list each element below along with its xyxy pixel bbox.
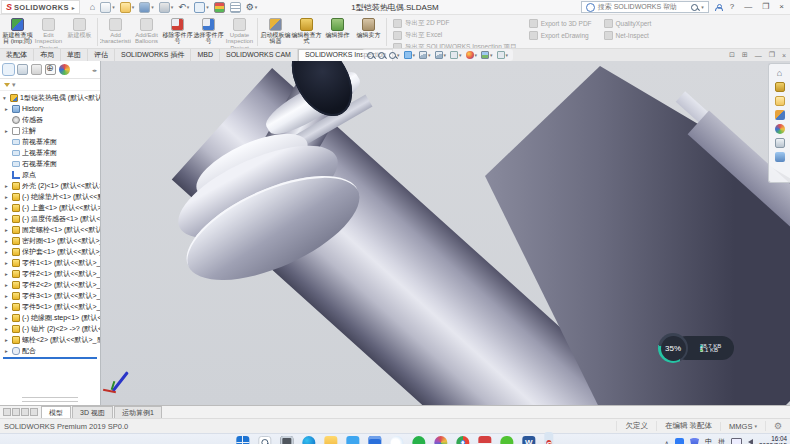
menu-flyout-icon[interactable]: ▸ bbox=[72, 4, 75, 11]
tree-item-sensors[interactable]: 传感器 bbox=[0, 114, 100, 125]
tree-item-top-plane[interactable]: 上视基准面 bbox=[0, 147, 100, 158]
ime-mode-indicator[interactable]: 中 bbox=[705, 437, 712, 444]
units-selector[interactable]: MMGS▾ bbox=[720, 422, 765, 431]
tree-item[interactable]: ▸固定螺栓<1> (默认<<默认>_显示 bbox=[0, 224, 100, 235]
security-shield-icon[interactable] bbox=[690, 438, 699, 444]
graphics-area[interactable]: ⌂ 28.7 KB 5.1 KB 35% bbox=[100, 61, 790, 405]
view-palette-icon[interactable] bbox=[775, 110, 785, 120]
solidworks-forum-icon[interactable] bbox=[775, 152, 785, 162]
select-balloons-button[interactable]: 选择零件序号 bbox=[193, 16, 224, 48]
export-edrawing[interactable]: Export eDrawing bbox=[529, 31, 592, 40]
tree-item[interactable]: ▸零件3<1> (默认<<默认>_显示状态 bbox=[0, 290, 100, 301]
tab-layout[interactable]: 布局 bbox=[34, 49, 61, 61]
doc-minimize-button[interactable]: — bbox=[755, 52, 762, 59]
task-view-button[interactable] bbox=[280, 436, 293, 444]
tree-item[interactable]: ▸零件2<1> (默认<<默认>_显示状态 bbox=[0, 268, 100, 279]
minimize-button[interactable]: — bbox=[742, 1, 754, 13]
tree-item[interactable]: ▸零件2<2> (默认<<默认>_显示状态 bbox=[0, 279, 100, 290]
tray-app-icon[interactable] bbox=[675, 438, 684, 444]
word-icon[interactable]: W bbox=[522, 436, 535, 444]
file-explorer-icon[interactable] bbox=[324, 436, 337, 444]
tree-item[interactable]: ▸保护套<1> (默认<<默认>_显示状 bbox=[0, 246, 100, 257]
zoom-to-area-button[interactable] bbox=[378, 52, 385, 59]
display-style-button[interactable]: ▾ bbox=[435, 51, 447, 59]
doc-close-button[interactable]: × bbox=[782, 52, 786, 59]
tree-item[interactable]: ▸(-) 上盖<1> (默认<<默认>_显示状 bbox=[0, 202, 100, 213]
start-button[interactable] bbox=[236, 436, 249, 444]
new-inspection-project-button[interactable]: 新建检查项目 (imp;同) bbox=[2, 16, 33, 48]
panel-splitter-handle[interactable] bbox=[22, 397, 78, 402]
tab-3d-views[interactable]: 3D 视图 bbox=[72, 406, 113, 418]
help-button[interactable]: ? bbox=[728, 1, 736, 13]
tree-item-front-plane[interactable]: 前视基准面 bbox=[0, 136, 100, 147]
tab-assembly[interactable]: 装配体 bbox=[0, 49, 34, 61]
rollback-bar[interactable] bbox=[3, 357, 97, 359]
options-button[interactable]: ⚙▾ bbox=[246, 2, 258, 12]
undo-button[interactable]: ↶▾ bbox=[178, 2, 189, 12]
tree-item-history[interactable]: ▸History bbox=[0, 103, 100, 114]
previous-view-button[interactable]: ▾ bbox=[389, 52, 400, 59]
cast-display-icon[interactable] bbox=[731, 438, 742, 444]
clock[interactable]: 16:04 2022/8/15 bbox=[759, 435, 787, 444]
restore-button[interactable]: ❐ bbox=[760, 1, 771, 13]
export-excel[interactable]: 导出至 Excel bbox=[393, 31, 517, 40]
file-properties-button[interactable] bbox=[230, 2, 241, 13]
tab-mbd[interactable]: MBD bbox=[191, 49, 220, 61]
active-app-indicator[interactable]: S bbox=[544, 432, 553, 444]
custom-properties-icon[interactable] bbox=[775, 138, 785, 148]
tree-item-right-plane[interactable]: 右视基准面 bbox=[0, 158, 100, 169]
view-orientation-button[interactable]: ▾ bbox=[419, 51, 431, 59]
edit-inspection-project-button[interactable]: Edit Inspection Project bbox=[33, 16, 64, 48]
panel-tab-scroll-icons[interactable]: ◂▸ bbox=[92, 67, 97, 73]
login-user-icon[interactable] bbox=[715, 4, 722, 11]
section-view-button[interactable]: ▾ bbox=[404, 51, 416, 59]
tree-filter-row[interactable]: ▾ bbox=[0, 79, 100, 91]
ime-lang-indicator[interactable]: 拼 bbox=[718, 437, 725, 444]
tree-item[interactable]: ▸密封圈<1> (默认<<默认>_显示状 bbox=[0, 235, 100, 246]
edit-appearance-button[interactable]: ▾ bbox=[466, 51, 478, 59]
books-app-icon[interactable] bbox=[478, 436, 491, 444]
tab-motion-study[interactable]: 运动算例1 bbox=[114, 406, 162, 418]
search-input[interactable]: 搜索 SOLIDWORKS 帮助 ▾ bbox=[581, 1, 709, 13]
update-inspection-project-button[interactable]: Update Inspection Project bbox=[224, 16, 255, 48]
displaymanager-tab-icon[interactable] bbox=[59, 64, 70, 75]
microsoft-store-icon[interactable] bbox=[368, 436, 381, 444]
qualityxpert[interactable]: QualityXpert bbox=[604, 19, 652, 28]
taskbar-search-button[interactable] bbox=[258, 436, 271, 444]
appearances-scenes-icon[interactable] bbox=[775, 124, 785, 134]
solidworks-taskbar-icon[interactable]: S bbox=[546, 440, 551, 444]
tab-sketch[interactable]: 草图 bbox=[61, 49, 88, 61]
edit-vendors-button[interactable]: 编辑卖方 bbox=[353, 16, 384, 48]
add-edit-balloons-button[interactable]: Add/Edit Balloons bbox=[131, 16, 162, 48]
tab-model[interactable]: 模型 bbox=[41, 406, 71, 418]
tree-item-mates[interactable]: ▸配合 bbox=[0, 345, 100, 356]
tab-sw-cam[interactable]: SOLIDWORKS CAM bbox=[220, 49, 298, 61]
edge-icon[interactable] bbox=[302, 436, 315, 444]
export-3d-pdf[interactable]: Export to 3D PDF bbox=[529, 19, 592, 28]
rebuild-button[interactable] bbox=[214, 2, 225, 13]
file-explorer-icon[interactable] bbox=[775, 96, 785, 106]
open-button[interactable]: ▾ bbox=[120, 2, 135, 13]
doc-restore-button[interactable]: ❐ bbox=[769, 51, 775, 59]
configurationmanager-tab-icon[interactable] bbox=[31, 64, 42, 75]
tree-item[interactable]: ▸(-) 铀片 (2)<2> ->? (默认<<默认> bbox=[0, 323, 100, 334]
tree-item[interactable]: ▸(-) 绝缘圈.step<1> (默认<<默认> bbox=[0, 312, 100, 323]
new-template-button[interactable]: 新建模板 bbox=[64, 16, 95, 48]
solidworks-resources-icon[interactable]: ⌂ bbox=[775, 68, 785, 78]
browser-colorwheel-icon[interactable] bbox=[434, 436, 447, 444]
new-document-button[interactable]: ▾ bbox=[100, 2, 115, 13]
design-library-icon[interactable] bbox=[775, 82, 785, 92]
tree-item[interactable]: ▸零件5<1> (默认<<默认>_显示状态 bbox=[0, 301, 100, 312]
tree-item-annotations[interactable]: ▸注解 bbox=[0, 125, 100, 136]
tab-evaluate[interactable]: 评估 bbox=[88, 49, 115, 61]
tab-scroll-buttons[interactable] bbox=[0, 408, 41, 418]
tab-sw-addins[interactable]: SOLIDWORKS 插件 bbox=[115, 49, 191, 61]
volume-icon[interactable] bbox=[748, 439, 753, 444]
propertymanager-tab-icon[interactable] bbox=[17, 64, 28, 75]
doc-tile-icon[interactable]: ⊞ bbox=[742, 51, 748, 59]
tree-item[interactable]: ▸(-) 绝缘垫片<1> (默认<<默认>_显 bbox=[0, 191, 100, 202]
save-button[interactable]: ▾ bbox=[139, 2, 154, 13]
tree-item[interactable]: ▸零件1<1> (默认<<默认>_显示状态 bbox=[0, 257, 100, 268]
view-settings-button[interactable]: ▾ bbox=[497, 51, 509, 59]
dimxpertmanager-tab-icon[interactable] bbox=[45, 64, 56, 75]
